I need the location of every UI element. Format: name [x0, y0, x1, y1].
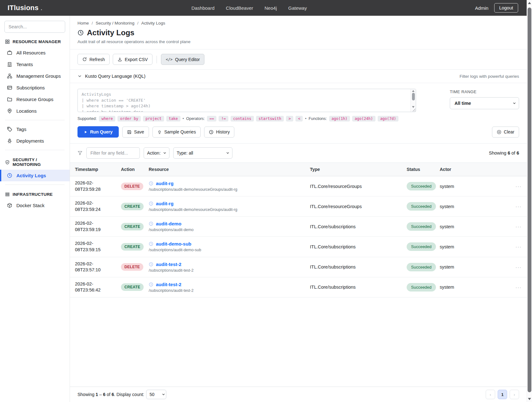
page-header: Home/Security / Monitoring/Activity Logs… [70, 16, 527, 49]
toolbar-divider [157, 56, 157, 63]
editor-scroll-down-arrow[interactable] [412, 106, 415, 108]
kql-operator-chip: == [207, 116, 216, 122]
prev-page-button[interactable]: ‹ [486, 390, 495, 399]
query-editor-input[interactable]: ActivityLogs | where action == 'CREATE' … [77, 89, 416, 112]
kql-keyword-chip: project [143, 116, 164, 122]
refresh-icon [82, 57, 87, 62]
next-page-button[interactable]: › [510, 390, 519, 399]
navbar-link-gateway[interactable]: Gateway [288, 5, 307, 11]
lightbulb-icon [157, 130, 162, 134]
query-actions: Run Query Save Sample Queries History Cl… [70, 122, 527, 144]
breadcrumb-item: Security / Monitoring [96, 21, 134, 25]
sidebar-item-docker-stack[interactable]: Docker Stack [0, 200, 70, 211]
resource-link[interactable]: audit-test-2 [156, 262, 181, 267]
action-badge: CREATE [121, 203, 144, 210]
scrollbar-thumb[interactable] [528, 8, 531, 392]
sidebar-item-deployments[interactable]: Deployments [0, 135, 70, 147]
clear-button[interactable]: Clear [492, 127, 519, 138]
resource-link[interactable]: audit-rg [156, 181, 174, 186]
resource-link[interactable]: audit-demo [156, 221, 181, 226]
cube-icon [7, 203, 12, 208]
logout-button[interactable]: Logout [494, 3, 518, 13]
type-cell: ITL.Core/subscriptions [306, 237, 403, 257]
top-navbar: ITlusions . DashboardCloudBeaverNeo4jGat… [0, 0, 532, 16]
display-count-select[interactable]: 50 [146, 390, 166, 399]
location-pin-icon [7, 108, 12, 114]
sidebar-item-tags[interactable]: Tags [0, 123, 70, 135]
column-header-actor: Actor [436, 163, 469, 176]
functions-label: Functions: [309, 116, 327, 121]
activity-logs-table: TimestampActionResourceTypeStatusActor 2… [70, 163, 527, 297]
scrollbar-down-arrow[interactable] [528, 398, 531, 400]
search-input[interactable] [4, 21, 65, 33]
sample-queries-button[interactable]: Sample Queries [152, 127, 201, 138]
credit-card-icon [7, 85, 12, 90]
column-header-status: Status [403, 163, 436, 176]
rocket-icon [7, 138, 12, 144]
row-menu-button[interactable]: ··· [514, 223, 523, 230]
org-chart-icon [7, 73, 12, 79]
user-menu[interactable]: Admin [475, 5, 489, 11]
actor-cell: system [436, 277, 469, 297]
type-filter-select[interactable]: Type: all [173, 147, 232, 159]
sidebar-item-resource-groups[interactable]: Resource Groups [0, 93, 70, 105]
navbar-link-cloudbeaver[interactable]: CloudBeaver [226, 5, 253, 11]
stack-icon [5, 192, 10, 197]
row-menu-button[interactable]: ··· [514, 183, 523, 190]
query-editor-button[interactable]: </> Query Editor [161, 54, 204, 65]
breadcrumb-item[interactable]: Home [77, 21, 89, 25]
actor-cell: system [436, 176, 469, 196]
navbar-link-neo4j[interactable]: Neo4j [265, 5, 277, 11]
navbar-links: DashboardCloudBeaverNeo4jGateway [192, 5, 326, 11]
toolbar: Refresh Export CSV </> Query Editor [70, 49, 527, 70]
row-menu-button[interactable]: ··· [514, 264, 523, 270]
browser-scrollbar[interactable] [527, 0, 532, 402]
sidebar-item-tenants[interactable]: Tenants [0, 59, 70, 70]
resource-path: /subscriptions/audit-demo [149, 228, 302, 232]
row-menu-button[interactable]: ··· [514, 203, 523, 210]
history-button[interactable]: History [204, 127, 235, 138]
actor-cell: system [436, 237, 469, 257]
action-badge: DELETE [121, 183, 143, 190]
refresh-button[interactable]: Refresh [77, 54, 110, 65]
sidebar-item-activity-logs[interactable]: Activity Logs [0, 170, 70, 181]
kql-operator-chip: > [286, 116, 293, 122]
sidebar-item-subscriptions[interactable]: Subscriptions [0, 82, 70, 93]
sidebar-item-locations[interactable]: Locations [0, 105, 70, 117]
chevron-down-icon [77, 74, 82, 78]
timestamp-cell: 2026-02-08T23:59:15 [70, 237, 117, 257]
page-1-button[interactable]: 1 [498, 390, 507, 399]
export-csv-button[interactable]: Export CSV [113, 54, 152, 65]
table-row: 2026-02-08T23:57:10 DELETE audit-test-2 … [70, 257, 527, 277]
time-range-select[interactable]: All time [450, 97, 519, 109]
breadcrumb-separator: / [92, 21, 93, 25]
dot-separator: • [305, 116, 306, 121]
resource-link[interactable]: audit-test-2 [156, 282, 181, 287]
supported-label: Supported: [77, 116, 97, 121]
resource-link[interactable]: audit-demo-sub [156, 241, 192, 246]
filter-input[interactable] [86, 147, 140, 159]
navbar-link-dashboard[interactable]: Dashboard [192, 5, 215, 11]
action-filter-select[interactable]: Action: all [144, 147, 169, 159]
clock-icon [149, 201, 153, 206]
row-menu-button[interactable]: ··· [514, 284, 523, 291]
timestamp-cell: 2026-02-08T23:59:19 [70, 217, 117, 237]
resource-link[interactable]: audit-rg [156, 201, 174, 206]
editor-scroll-thumb[interactable] [412, 93, 415, 100]
funnel-icon [77, 150, 83, 156]
scrollbar-up-arrow[interactable] [528, 2, 531, 4]
query-editor: ActivityLogs | where action == 'CREATE' … [77, 89, 416, 112]
kql-keyword-chip: take [166, 116, 180, 122]
editor-scroll-up-arrow[interactable] [412, 90, 415, 92]
sidebar-item-all-resources[interactable]: All Resources [0, 47, 70, 59]
save-button[interactable]: Save [122, 127, 149, 138]
kql-keyword-chip: where [99, 116, 115, 122]
kql-panel-header[interactable]: Kusto Query Language (KQL) Filter logs w… [70, 70, 527, 83]
brand-logo[interactable]: ITlusions . [8, 4, 42, 12]
column-header-action: Action [117, 163, 145, 176]
sidebar-item-management-groups[interactable]: Management Groups [0, 70, 70, 82]
run-query-button[interactable]: Run Query [77, 126, 119, 138]
main-content: Home/Security / Monitoring/Activity Logs… [70, 16, 527, 402]
sidebar-divider [5, 120, 65, 120]
row-menu-button[interactable]: ··· [514, 243, 523, 250]
